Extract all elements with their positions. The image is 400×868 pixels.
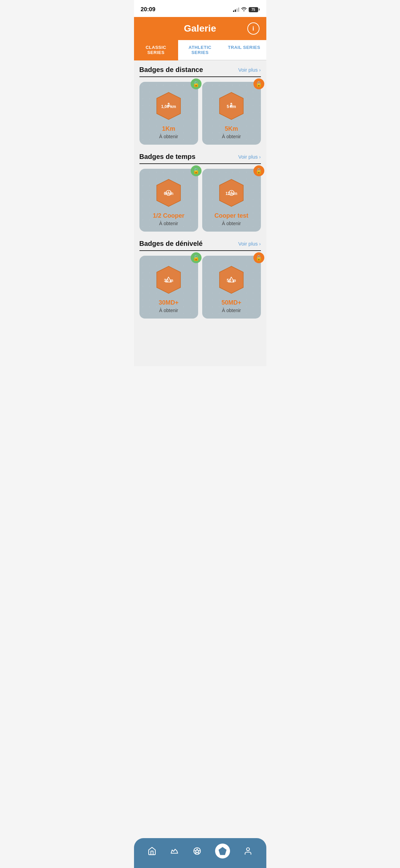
lock-closed-icon-cooper: 🔒 <box>255 168 262 174</box>
badge-status-50md: À obtenir <box>222 308 241 313</box>
lock-badge-5km: 🔒 <box>253 78 264 89</box>
badge-card-50md[interactable]: 🔒 50 m <box>202 256 261 319</box>
voir-plus-temps[interactable]: Voir plus › <box>238 154 261 160</box>
lock-closed-icon: 🔒 <box>255 81 262 87</box>
svg-point-3 <box>231 103 232 104</box>
section-temps-header: Badges de temps Voir plus › <box>139 153 261 164</box>
lock-badge-cooper: 🔒 <box>253 165 264 176</box>
lock-badge-50md: 🔒 <box>253 252 264 263</box>
hexagon-1km: 1,00 km <box>155 91 182 121</box>
badge-card-30md[interactable]: 🔓 30 m <box>139 256 198 319</box>
info-button[interactable]: i <box>247 22 260 35</box>
wifi-icon <box>241 7 247 12</box>
page-title: Galerie <box>184 23 216 34</box>
tab-trail[interactable]: TRAIL SERIES <box>222 40 266 60</box>
badge-name-30md: 30MD+ <box>159 299 179 306</box>
voir-plus-denivele[interactable]: Voir plus › <box>238 241 261 247</box>
status-bar: 20:09 75 <box>134 0 266 17</box>
section-denivele-title: Badges de dénivelé <box>139 240 203 248</box>
badge-name-5km: 5Km <box>225 125 238 132</box>
lock-open-icon-half-cooper: 🔓 <box>193 168 199 174</box>
chevron-right-icon-temps: › <box>259 154 261 160</box>
hexagon-cooper: 12min <box>218 178 245 208</box>
badge-card-1km[interactable]: 🔓 <box>139 82 198 145</box>
badge-status-1km: À obtenir <box>159 134 178 139</box>
chevron-right-icon: › <box>259 67 261 73</box>
battery-icon: 75 <box>249 7 260 12</box>
badge-card-5km[interactable]: 🔒 <box>202 82 261 145</box>
section-distance-title: Badges de distance <box>139 66 203 74</box>
hexagon-5km: 5 km <box>218 91 245 121</box>
badge-name-50md: 50MD+ <box>222 299 242 306</box>
badge-name-half-cooper: 1/2 Cooper <box>153 212 184 219</box>
voir-plus-distance[interactable]: Voir plus › <box>238 67 261 73</box>
badge-status-5km: À obtenir <box>222 134 241 139</box>
svg-marker-9 <box>166 277 172 282</box>
badge-status-cooper: À obtenir <box>222 221 241 226</box>
temps-badges-grid: 🔓 <box>139 169 261 232</box>
tab-athletic[interactable]: ATHLETIC SERIES <box>178 40 222 60</box>
main-content: Badges de distance Voir plus › 🔓 <box>134 60 266 366</box>
tab-classic[interactable]: CLASSIC SERIES <box>134 40 178 60</box>
section-denivele-header: Badges de dénivelé Voir plus › <box>139 240 261 251</box>
badge-name-1km: 1Km <box>162 125 175 132</box>
badge-card-cooper[interactable]: 🔒 <box>202 169 261 232</box>
section-denivele: Badges de dénivelé Voir plus › 🔓 <box>139 240 261 319</box>
svg-marker-11 <box>229 277 234 282</box>
header: Galerie i <box>134 17 266 40</box>
lock-open-icon: 🔓 <box>193 81 199 87</box>
tabs-bar: CLASSIC SERIES ATHLETIC SERIES TRAIL SER… <box>134 40 266 60</box>
chevron-right-icon-denivele: › <box>259 241 261 247</box>
distance-badges-grid: 🔓 <box>139 82 261 145</box>
section-distance: Badges de distance Voir plus › 🔓 <box>139 66 261 145</box>
badge-name-cooper: Cooper test <box>214 212 248 219</box>
section-temps: Badges de temps Voir plus › 🔓 <box>139 153 261 232</box>
lock-closed-icon-50md: 🔒 <box>255 255 262 261</box>
denivele-badges-grid: 🔓 30 m <box>139 256 261 319</box>
lock-badge-1km: 🔓 <box>191 78 202 89</box>
lock-badge-30md: 🔓 <box>191 252 202 263</box>
hexagon-half-cooper: 6min <box>155 178 182 208</box>
section-distance-header: Badges de distance Voir plus › <box>139 66 261 77</box>
badge-card-half-cooper[interactable]: 🔓 <box>139 169 198 232</box>
section-temps-title: Badges de temps <box>139 153 196 161</box>
badge-status-30md: À obtenir <box>159 308 178 313</box>
lock-badge-half-cooper: 🔓 <box>191 165 202 176</box>
lock-open-icon-30md: 🔓 <box>193 255 199 261</box>
status-time: 20:09 <box>141 6 155 13</box>
signal-icon <box>233 7 239 12</box>
badge-status-half-cooper: À obtenir <box>159 221 178 226</box>
hexagon-50md: 50 m <box>218 265 245 295</box>
status-icons: 75 <box>233 7 260 12</box>
svg-point-1 <box>168 103 169 104</box>
hexagon-30md: 30 m <box>155 265 182 295</box>
